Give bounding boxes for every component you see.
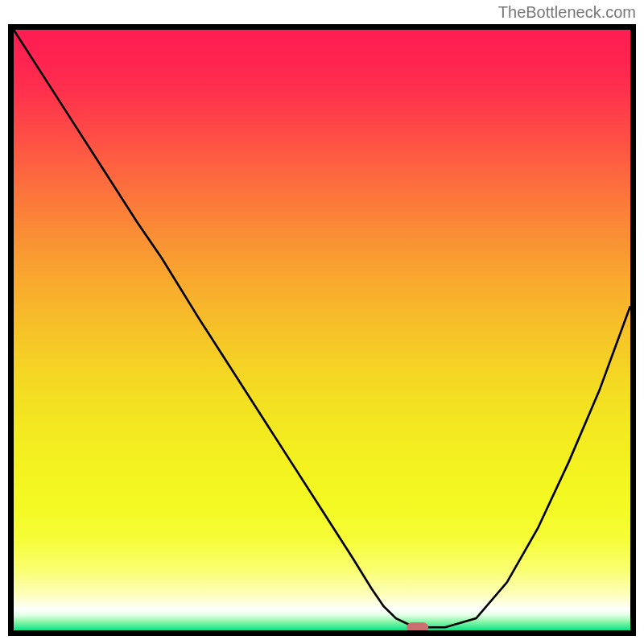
chart-frame [8,24,636,636]
watermark-text: TheBottleneck.com [498,3,636,22]
chart-svg [14,30,630,630]
gradient-background [14,30,630,630]
chart-plot-area [14,30,630,630]
minimum-marker [407,622,428,630]
